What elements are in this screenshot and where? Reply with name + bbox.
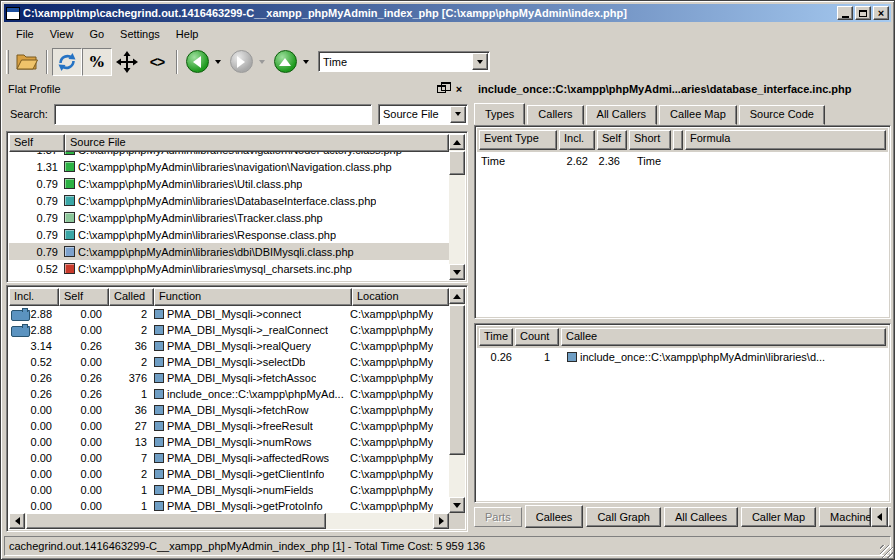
back-dropdown-caret[interactable] (215, 60, 221, 64)
scroll-down-button[interactable] (449, 497, 465, 513)
tab-call-graph[interactable]: Call Graph (586, 507, 661, 527)
event-type-combobox[interactable]: Time (318, 51, 490, 72)
table-row[interactable]: 0.260.261include_once::C:\xampp\phpMyAd.… (9, 386, 449, 402)
table-row[interactable]: 0.79C:\xampp\phpMyAdmin\libraries\dbi\DB… (9, 243, 449, 260)
column-header-spacer[interactable] (673, 130, 683, 150)
combobox-dropdown-button[interactable] (450, 106, 466, 123)
scrollbar-thumb[interactable] (26, 513, 326, 529)
column-header-incl[interactable]: Incl. (9, 288, 59, 306)
table-row[interactable]: 0.000.001PMA_DBI_Mysqli->getProtoInfoC:\… (9, 498, 449, 513)
tab-callees[interactable]: Callees (525, 505, 584, 528)
location-cell: C:\xampp\phpMy (350, 500, 433, 512)
column-header-incl[interactable]: Incl. (559, 130, 595, 150)
table-row[interactable]: Time2.622.36Time (477, 152, 888, 169)
move-icon (116, 51, 138, 73)
up-dropdown-caret[interactable] (303, 60, 309, 64)
column-header-location[interactable]: Location (352, 288, 449, 306)
cost-color-icon (64, 246, 75, 257)
column-header-formula[interactable]: Formula (685, 130, 886, 150)
close-icon: × (456, 83, 462, 95)
table-row[interactable]: 52.880.002PMA_DBI_Mysqli->_realConnectC:… (9, 322, 449, 338)
column-header-self[interactable]: Self (59, 288, 109, 306)
shorten-templates-button[interactable]: <> (142, 48, 172, 76)
scrollbar-thumb[interactable] (449, 305, 465, 455)
tab-parts[interactable]: Parts (474, 507, 522, 527)
table-row[interactable]: 0.000.0036PMA_DBI_Mysqli->fetchRowC:\xam… (9, 402, 449, 418)
table-row[interactable]: 0.79C:\xampp\phpMyAdmin\libraries\Tracke… (9, 209, 449, 226)
tabs-scroll-right-button[interactable] (888, 507, 891, 527)
up-button[interactable] (270, 48, 300, 76)
scroll-up-button[interactable] (449, 134, 465, 150)
column-header-callee[interactable]: Callee (561, 328, 886, 346)
tab-all-callees[interactable]: All Callees (664, 507, 738, 527)
table-row[interactable]: 0.000.002PMA_DBI_Mysqli->getClientInfoC:… (9, 466, 449, 482)
minimize-button[interactable] (837, 6, 853, 20)
function-table-hscrollbar[interactable] (9, 513, 449, 529)
scrollbar-thumb[interactable] (449, 151, 465, 175)
dock-titlebar[interactable]: Flat Profile × (4, 79, 470, 99)
table-row[interactable]: 0.260.26376PMA_DBI_Mysqli->fetchAssocC:\… (9, 370, 449, 386)
source-table-vscrollbar[interactable] (449, 134, 465, 280)
table-row[interactable]: 0.000.0027PMA_DBI_Mysqli->freeResultC:\x… (9, 418, 449, 434)
tab-caller-map[interactable]: Caller Map (741, 507, 816, 527)
table-row[interactable]: 0.520.002PMA_DBI_Mysqli->selectDbC:\xamp… (9, 354, 449, 370)
column-header-event-type[interactable]: Event Type (479, 130, 557, 150)
table-row[interactable]: 0.000.0013PMA_DBI_Mysqli->numRowsC:\xamp… (9, 434, 449, 450)
back-button[interactable] (182, 48, 212, 76)
table-row[interactable]: 0.261include_once::C:\xampp\phpMyAdmin\l… (477, 348, 888, 365)
tab-callee-map[interactable]: Callee Map (659, 105, 737, 125)
table-row[interactable]: 0.000.001PMA_DBI_Mysqli->numFieldsC:\xam… (9, 482, 449, 498)
cycle-detection-button[interactable] (52, 48, 82, 76)
tab-callers[interactable]: Callers (527, 105, 583, 125)
forward-button[interactable] (226, 48, 256, 76)
column-header-self[interactable]: Self (597, 130, 627, 150)
group-by-combobox[interactable]: Source File (378, 104, 468, 125)
menu-item-view[interactable]: View (42, 26, 82, 42)
column-header-count[interactable]: Count (515, 328, 559, 346)
function-name: PMA_DBI_Mysqli->fetchRow (167, 404, 309, 416)
table-row[interactable]: 0.79C:\xampp\phpMyAdmin\libraries\Databa… (9, 192, 449, 209)
app-icon (6, 7, 20, 20)
menu-item-settings[interactable]: Settings (112, 26, 168, 42)
table-row[interactable]: 0.79C:\xampp\phpMyAdmin\libraries\Util.c… (9, 175, 449, 192)
column-header-self[interactable]: Self (9, 134, 65, 152)
toolbar-handle[interactable] (6, 50, 9, 74)
dock-float-button[interactable] (434, 82, 448, 96)
scroll-right-button[interactable] (433, 513, 449, 529)
menu-item-go[interactable]: Go (81, 26, 112, 42)
column-header-called[interactable]: Called (109, 288, 154, 306)
column-header-time[interactable]: Time (479, 328, 513, 346)
resize-grip[interactable] (880, 545, 893, 558)
scroll-left-button[interactable] (9, 513, 25, 529)
scroll-up-button[interactable] (449, 288, 465, 304)
table-row[interactable]: 0.79C:\xampp\phpMyAdmin\libraries\Respon… (9, 226, 449, 243)
column-header-function[interactable]: Function (154, 288, 352, 306)
tab-machine[interactable]: Machine (819, 507, 871, 527)
forward-dropdown-caret[interactable] (259, 60, 265, 64)
table-row[interactable]: 0.52C:\xampp\phpMyAdmin\libraries\user_p… (9, 277, 449, 280)
column-header-short[interactable]: Short (629, 130, 671, 150)
titlebar[interactable]: C:\xampp\tmp\cachegrind.out.1416463299-C… (4, 4, 891, 22)
table-row[interactable]: 3.140.2636PMA_DBI_Mysqli->realQueryC:\xa… (9, 338, 449, 354)
function-table-vscrollbar[interactable] (449, 288, 465, 513)
table-row[interactable]: 0.000.007PMA_DBI_Mysqli->affectedRowsC:\… (9, 450, 449, 466)
dock-close-button[interactable]: × (452, 82, 466, 96)
table-row[interactable]: 52.880.002PMA_DBI_Mysqli->connectC:\xamp… (9, 306, 449, 322)
relative-percent-button[interactable]: % (82, 48, 112, 76)
search-input[interactable] (54, 104, 372, 125)
tab-source-code[interactable]: Source Code (739, 105, 825, 125)
scroll-down-button[interactable] (449, 264, 465, 280)
relative-to-parent-button[interactable] (112, 48, 142, 76)
tab-types[interactable]: Types (474, 103, 525, 125)
column-header-source-file[interactable]: Source File (65, 134, 449, 152)
menu-item-help[interactable]: Help (168, 26, 207, 42)
open-file-button[interactable] (12, 48, 42, 76)
maximize-button[interactable] (855, 6, 871, 20)
tabs-scroll-left-button[interactable] (871, 507, 888, 527)
tab-all-callers[interactable]: All Callers (586, 105, 658, 125)
menu-item-file[interactable]: File (8, 26, 42, 42)
table-row[interactable]: 0.52C:\xampp\phpMyAdmin\libraries\mysql_… (9, 260, 449, 277)
combobox-dropdown-button[interactable] (472, 53, 488, 70)
close-button[interactable]: × (873, 6, 889, 20)
table-row[interactable]: 1.31C:\xampp\phpMyAdmin\libraries\naviga… (9, 158, 449, 175)
